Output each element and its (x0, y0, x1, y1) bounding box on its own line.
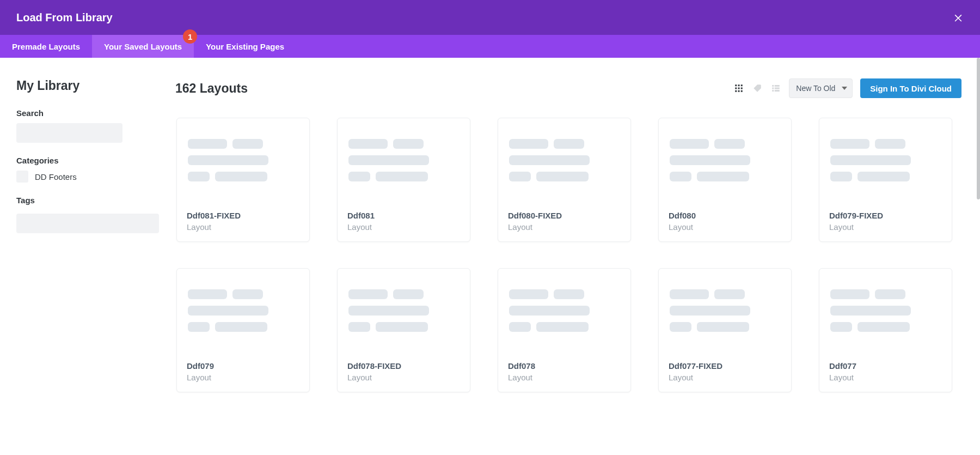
grid-view-button[interactable] (733, 83, 744, 94)
layouts-grid: Ddf081-FIXEDLayoutDdf081LayoutDdf080-FIX… (175, 118, 964, 392)
category-label: DD Footers (35, 172, 77, 181)
layout-meta: Ddf077-FIXEDLayout (659, 361, 791, 392)
list-icon (771, 83, 781, 93)
svg-rect-2 (741, 84, 743, 86)
layout-card[interactable]: Ddf079Layout (176, 268, 310, 392)
layout-meta: Ddf080Layout (659, 211, 791, 241)
layout-thumbnail (498, 269, 630, 361)
layout-card[interactable]: Ddf080Layout (658, 118, 792, 242)
layout-thumbnail (338, 118, 470, 211)
layout-title: Ddf081 (347, 211, 460, 220)
layout-title: Ddf079 (187, 361, 299, 371)
layout-title: Ddf077 (829, 361, 942, 371)
tab-your-saved-layouts[interactable]: Your Saved Layouts 1 (92, 35, 194, 58)
layout-thumbnail (819, 118, 952, 211)
scrollbar[interactable] (977, 58, 980, 199)
svg-rect-7 (738, 90, 740, 92)
tab-label: Your Saved Layouts (104, 42, 182, 51)
main-controls: New To Old Sign In To Divi Cloud (733, 78, 961, 98)
layout-thumbnail (659, 269, 791, 361)
layout-title: Ddf079-FIXED (829, 211, 942, 220)
layout-card[interactable]: Ddf080-FIXEDLayout (498, 118, 631, 242)
layout-title: Ddf080 (669, 211, 781, 220)
sort-select-wrap: New To Old (789, 78, 853, 98)
layout-title: Ddf077-FIXED (669, 361, 781, 371)
sign-in-divi-cloud-button[interactable]: Sign In To Divi Cloud (860, 78, 961, 98)
tab-premade-layouts[interactable]: Premade Layouts (0, 35, 92, 58)
sidebar: My Library Search Categories DD Footers … (0, 58, 175, 455)
layout-type: Layout (669, 373, 781, 382)
layout-thumbnail (498, 118, 630, 211)
modal-title: Load From Library (16, 11, 113, 24)
layout-type: Layout (508, 373, 621, 382)
svg-rect-8 (741, 90, 743, 92)
close-button[interactable] (950, 9, 967, 26)
tab-label: Your Existing Pages (206, 42, 284, 51)
svg-rect-0 (736, 84, 737, 86)
layout-meta: Ddf079Layout (177, 361, 309, 392)
layout-title: Ddf081-FIXED (187, 211, 299, 220)
layout-type: Layout (829, 222, 942, 232)
layout-meta: Ddf077Layout (819, 361, 952, 392)
search-label: Search (16, 108, 159, 118)
layout-thumbnail (819, 269, 952, 361)
categories-label: Categories (16, 156, 159, 165)
main-panel: 162 Layouts New To Old (175, 58, 980, 455)
layout-card[interactable]: Ddf079-FIXEDLayout (819, 118, 952, 242)
layout-meta: Ddf080-FIXEDLayout (498, 211, 630, 241)
layout-card[interactable]: Ddf077-FIXEDLayout (658, 268, 792, 392)
load-from-library-modal: Load From Library Premade Layouts Your S… (0, 0, 980, 455)
tag-icon (752, 83, 762, 93)
category-row[interactable]: DD Footers (16, 171, 159, 183)
svg-rect-4 (738, 88, 740, 89)
svg-rect-5 (741, 88, 743, 89)
layout-card[interactable]: Ddf077Layout (819, 268, 952, 392)
layout-meta: Ddf078Layout (498, 361, 630, 392)
layout-meta: Ddf081-FIXEDLayout (177, 211, 309, 241)
layout-title: Ddf078 (508, 361, 621, 371)
close-icon (953, 12, 964, 23)
layout-card[interactable]: Ddf078Layout (498, 268, 631, 392)
svg-rect-12 (775, 88, 780, 89)
layout-card[interactable]: Ddf081Layout (337, 118, 470, 242)
layout-type: Layout (347, 373, 460, 382)
layout-type: Layout (508, 222, 621, 232)
svg-rect-3 (736, 88, 737, 89)
layout-type: Layout (829, 373, 942, 382)
tags-input[interactable] (16, 214, 159, 233)
layout-card[interactable]: Ddf078-FIXEDLayout (337, 268, 470, 392)
layout-meta: Ddf078-FIXEDLayout (338, 361, 470, 392)
svg-rect-6 (736, 90, 737, 92)
main-toolbar: 162 Layouts New To Old (175, 78, 964, 98)
layout-thumbnail (338, 269, 470, 361)
sidebar-title: My Library (16, 78, 159, 93)
layout-type: Layout (669, 222, 781, 232)
tag-view-button[interactable] (752, 83, 763, 94)
layout-title: Ddf080-FIXED (508, 211, 621, 220)
layout-card[interactable]: Ddf081-FIXEDLayout (176, 118, 310, 242)
layout-meta: Ddf079-FIXEDLayout (819, 211, 952, 241)
sort-select[interactable]: New To Old (789, 78, 853, 98)
tab-label: Premade Layouts (12, 42, 80, 51)
layout-type: Layout (187, 222, 299, 232)
layout-thumbnail (177, 118, 309, 211)
svg-rect-14 (775, 90, 780, 92)
layout-type: Layout (347, 222, 460, 232)
list-view-button[interactable] (770, 83, 781, 94)
svg-rect-1 (738, 84, 740, 86)
layout-meta: Ddf081Layout (338, 211, 470, 241)
category-checkbox[interactable] (16, 171, 28, 183)
grid-icon (734, 83, 744, 93)
svg-rect-13 (773, 90, 774, 92)
svg-rect-10 (775, 85, 780, 87)
tab-bar: Premade Layouts Your Saved Layouts 1 You… (0, 35, 980, 58)
layout-type: Layout (187, 373, 299, 382)
svg-rect-9 (773, 85, 774, 87)
layout-title: Ddf078-FIXED (347, 361, 460, 371)
layout-thumbnail (659, 118, 791, 211)
modal-header: Load From Library (0, 0, 980, 35)
tab-your-existing-pages[interactable]: Your Existing Pages (194, 35, 296, 58)
layouts-count: 162 Layouts (175, 81, 248, 96)
svg-rect-11 (773, 88, 774, 89)
search-input[interactable] (16, 123, 122, 143)
